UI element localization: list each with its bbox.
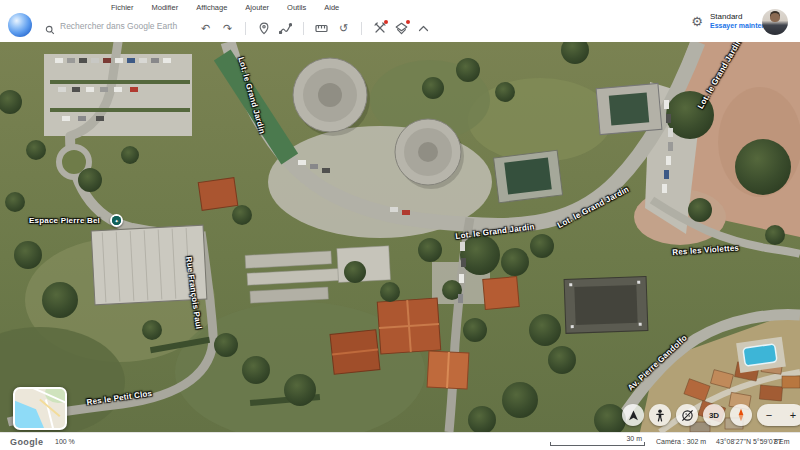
layers-notification-dot — [406, 20, 410, 24]
status-bar: Google 100 % 30 m Caméra : 302 m 43°08'2… — [0, 432, 800, 450]
menu-ajouter[interactable]: Ajouter — [236, 1, 278, 14]
threed-button[interactable]: 3D — [703, 404, 725, 426]
compass-button[interactable] — [730, 404, 752, 426]
ground-elevation: 87 m — [774, 438, 790, 445]
navigation-arrow-icon — [627, 409, 640, 422]
google-earth-window: Fichier Modifier Affichage Ajouter Outil… — [0, 0, 800, 450]
draw-path-button[interactable] — [277, 19, 294, 37]
redo-button[interactable]: ↷ — [219, 19, 236, 37]
zoom-in-button[interactable]: + — [784, 405, 800, 425]
pegman-icon — [654, 409, 666, 422]
toolbar-separator — [361, 22, 362, 35]
google-wordmark: Google — [10, 437, 43, 447]
scale-label: 30 m — [612, 435, 642, 442]
scale-bar — [550, 442, 645, 446]
historical-imagery-button[interactable]: ↺ — [335, 19, 352, 37]
menu-bar: Fichier Modifier Affichage Ajouter Outil… — [102, 0, 348, 14]
chevron-up-icon — [418, 25, 429, 32]
undo-button[interactable]: ↶ — [197, 19, 214, 37]
navigation-arrow-button[interactable] — [622, 404, 644, 426]
labels-off-icon — [681, 409, 694, 422]
map-controls: 3D − + — [622, 404, 800, 426]
layers-button[interactable] — [393, 19, 410, 37]
zoom-out-button[interactable]: − — [760, 405, 778, 425]
toolbar-separator — [245, 22, 246, 35]
google-earth-logo[interactable] — [8, 13, 32, 37]
search-input[interactable] — [60, 18, 192, 34]
camera-altitude: Caméra : 302 m — [656, 438, 706, 445]
poi-espace-pierre-bel-icon[interactable]: ✦ — [110, 214, 123, 227]
leisure-poi-glyph: ✦ — [112, 216, 121, 225]
account-avatar[interactable] — [762, 9, 788, 35]
settings-gear-button[interactable]: ⚙ — [688, 13, 706, 31]
menu-modifier[interactable]: Modifier — [143, 1, 188, 14]
compass-icon — [735, 408, 747, 422]
zoom-control: − + — [757, 404, 800, 426]
pegman-button[interactable] — [649, 404, 671, 426]
add-placemark-button[interactable] — [255, 19, 272, 37]
menu-affichage[interactable]: Affichage — [187, 1, 236, 14]
top-bar: Fichier Modifier Affichage Ajouter Outil… — [0, 0, 800, 42]
measure-button[interactable] — [313, 19, 330, 37]
menu-outils[interactable]: Outils — [278, 1, 315, 14]
menu-fichier[interactable]: Fichier — [102, 1, 143, 14]
search-icon — [45, 21, 55, 39]
map-viewport[interactable]: Espace Pierre Bel ✦ Lot. le Grand Jardin… — [0, 42, 800, 432]
tools-notification-dot — [384, 20, 388, 24]
satellite-imagery[interactable] — [0, 42, 800, 432]
collapse-toolbar-button[interactable] — [415, 19, 432, 37]
overview-minimap[interactable] — [13, 387, 67, 430]
tools-button[interactable] — [371, 19, 388, 37]
toggle-labels-button[interactable] — [676, 404, 698, 426]
menu-aide[interactable]: Aide — [315, 1, 348, 14]
zoom-percentage: 100 % — [55, 438, 75, 445]
toolbar-separator — [303, 22, 304, 35]
toolbar: ↶ ↷ ↺ — [197, 16, 432, 40]
